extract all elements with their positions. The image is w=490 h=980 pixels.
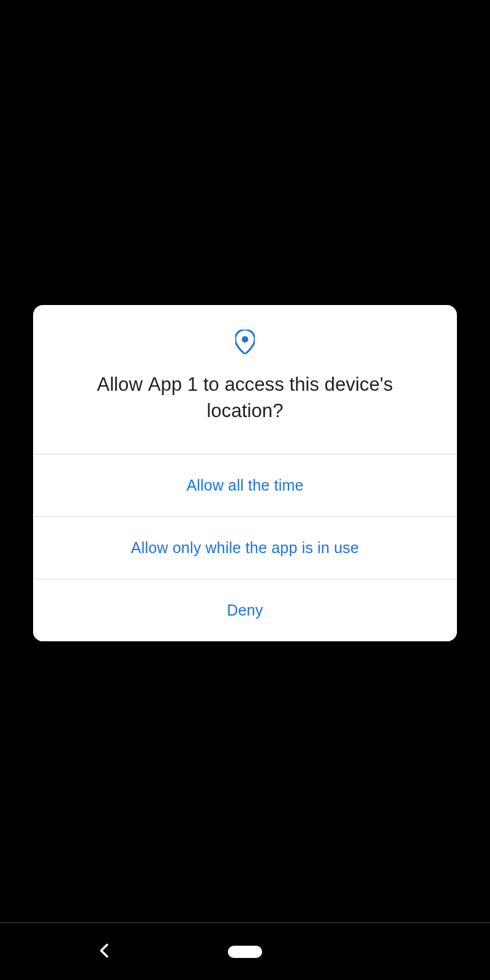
allow-all-button[interactable]: Allow all the time — [33, 454, 457, 516]
allow-while-use-button[interactable]: Allow only while the app is in use — [33, 516, 457, 579]
app-name: App 1 — [148, 374, 198, 395]
permission-dialog: Allow App 1 to access this device's loca… — [33, 305, 457, 641]
location-icon — [62, 330, 428, 354]
dialog-header: Allow App 1 to access this device's loca… — [33, 305, 457, 454]
svg-point-0 — [242, 336, 249, 343]
home-button[interactable] — [228, 946, 262, 958]
back-button[interactable] — [98, 943, 110, 960]
dialog-title: Allow App 1 to access this device's loca… — [62, 371, 428, 424]
title-prefix: Allow — [97, 374, 148, 395]
deny-button[interactable]: Deny — [33, 579, 457, 641]
title-suffix: to access this device's location? — [198, 374, 393, 421]
navigation-bar — [0, 922, 490, 980]
